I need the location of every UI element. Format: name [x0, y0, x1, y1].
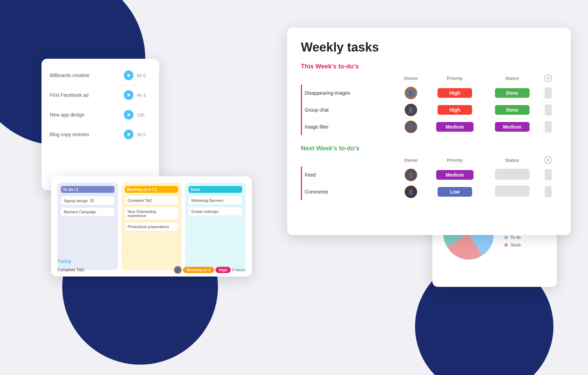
next-week-title: Next Week's to-do's — [301, 145, 557, 152]
task-name: New app design — [50, 112, 120, 118]
row-action — [545, 121, 552, 132]
today-avatar: 👤 — [174, 266, 182, 274]
status-badge: Medium — [495, 122, 530, 132]
add-cell — [540, 167, 557, 184]
this-week-title: This Week's to-do's — [301, 63, 557, 70]
table-row: Image filter 👤 Medium Medium — [302, 119, 557, 135]
legend-item: Stuck — [504, 243, 535, 247]
legend-label: To do — [511, 235, 521, 240]
th-owner-next: Owner — [397, 156, 425, 167]
owner-cell: 👤 — [397, 167, 425, 184]
play-button[interactable] — [124, 130, 134, 139]
today-status: Working on it — [183, 267, 214, 273]
task-list: Billboards creative 6h 5 First Facebook … — [50, 66, 151, 144]
kanban-col-header: Done — [189, 186, 242, 193]
priority-cell: Low — [425, 184, 485, 200]
kanban-item[interactable]: Emails redesign — [189, 207, 242, 216]
table-row: Disappearing images 👤 High Done — [302, 85, 557, 102]
status-cell — [485, 167, 540, 184]
row-action — [545, 169, 552, 180]
task-name: Blog copy revision — [50, 132, 120, 137]
row-action — [545, 104, 552, 115]
today-estimation: 5 Hours — [232, 268, 246, 272]
priority-badge: High — [438, 105, 472, 115]
owner-cell: 👤 — [397, 85, 425, 102]
kanban-col-header: To do / 2 — [61, 186, 114, 193]
kanban-item[interactable]: Photoshoot preperations — [125, 223, 178, 231]
kanban-col-header: Working on it / 3 — [125, 186, 178, 193]
add-this-week-icon[interactable]: + — [544, 74, 552, 82]
add-next-week-icon[interactable]: + — [544, 156, 552, 164]
scene: Billboards creative 6h 5 First Facebook … — [0, 0, 588, 375]
priority-badge: Medium — [436, 122, 474, 132]
owner-cell: 👤 — [397, 119, 425, 135]
kanban-item[interactable]: New Onboarding experience — [125, 207, 178, 220]
add-cell — [540, 119, 557, 135]
owner-avatar: 👤 — [405, 104, 417, 116]
owner-avatar: 👤 — [405, 169, 417, 181]
row-action — [545, 186, 552, 197]
th-owner-this: Owner — [397, 74, 425, 85]
task-time: 4h 3 — [137, 93, 151, 98]
task-cell: Comments — [302, 184, 397, 200]
status-cell: Medium — [485, 119, 540, 135]
th-task-next — [302, 156, 397, 167]
task-row[interactable]: Blog copy revision 3h 0 — [50, 125, 151, 144]
status-badge: Done — [495, 88, 530, 98]
task-cell: Group chat — [302, 102, 397, 119]
th-priority-this: Priority — [425, 74, 485, 85]
table-row: Group chat 👤 High Done — [302, 102, 557, 119]
card-tasklist: Billboards creative 6h 5 First Facebook … — [42, 59, 159, 190]
priority-badge: Medium — [436, 170, 474, 180]
owner-cell: 👤 — [397, 102, 425, 119]
task-name: Billboards creative — [50, 73, 120, 78]
today-task-name: Complete T&C — [57, 268, 171, 272]
th-priority-next: Priority — [425, 156, 485, 167]
table-row: Feed 👤 Medium — [302, 167, 557, 184]
today-priority: High — [215, 267, 231, 273]
legend-dot — [504, 243, 508, 247]
th-add-next: + — [540, 156, 557, 167]
this-week-table: Owner Priority Status + Disappearing ima… — [301, 74, 557, 135]
task-cell: Image filter — [302, 119, 397, 135]
priority-cell: Medium — [425, 167, 485, 184]
priority-badge: High — [438, 88, 472, 98]
weekly-title: Weekly tasks — [301, 40, 557, 55]
th-task-this — [302, 74, 397, 85]
card-kanban: To do / 2Signup design2Banners CampaignW… — [51, 176, 252, 276]
task-cell: Feed — [302, 167, 397, 184]
today-label: Today — [57, 259, 246, 264]
status-badge: Done — [495, 105, 530, 115]
owner-avatar: 👤 — [405, 87, 417, 99]
task-cell: Disappearing images — [302, 85, 397, 102]
th-status-next: Status — [485, 156, 540, 167]
this-week-tbody: Disappearing images 👤 High Done Group ch… — [302, 85, 557, 135]
legend-dot — [504, 236, 508, 239]
task-time: 3h 0 — [137, 132, 151, 137]
play-button[interactable] — [124, 71, 134, 80]
status-badge — [495, 186, 530, 197]
task-time: 12h — [137, 112, 151, 118]
task-row[interactable]: Billboards creative 6h 5 — [50, 66, 151, 85]
kanban-item[interactable]: Signup design2 — [61, 196, 114, 205]
card-weekly: Weekly tasks This Week's to-do's Owner P… — [287, 28, 571, 235]
add-cell — [540, 85, 557, 102]
task-row[interactable]: New app design 12h — [50, 105, 151, 125]
priority-badge: Low — [438, 187, 472, 197]
th-add-this: + — [540, 74, 557, 85]
play-button[interactable] — [124, 110, 134, 120]
priority-cell: Medium — [425, 119, 485, 135]
status-cell — [485, 184, 540, 200]
status-cell: Done — [485, 102, 540, 119]
status-badge — [495, 169, 530, 180]
kanban-item[interactable]: Complete T&C — [125, 196, 178, 205]
row-action — [545, 87, 552, 99]
owner-cell: 👤 — [397, 184, 425, 200]
kanban-item[interactable]: Banners Campaign — [61, 208, 114, 216]
kanban-item[interactable]: Marketing Banners — [189, 196, 242, 205]
owner-avatar: 👤 — [405, 121, 417, 133]
play-button[interactable] — [124, 90, 134, 100]
priority-cell: High — [425, 85, 485, 102]
task-row[interactable]: First Facebook ad 4h 3 — [50, 85, 151, 105]
next-week-tbody: Feed 👤 Medium Comments 👤 Low — [302, 167, 557, 200]
